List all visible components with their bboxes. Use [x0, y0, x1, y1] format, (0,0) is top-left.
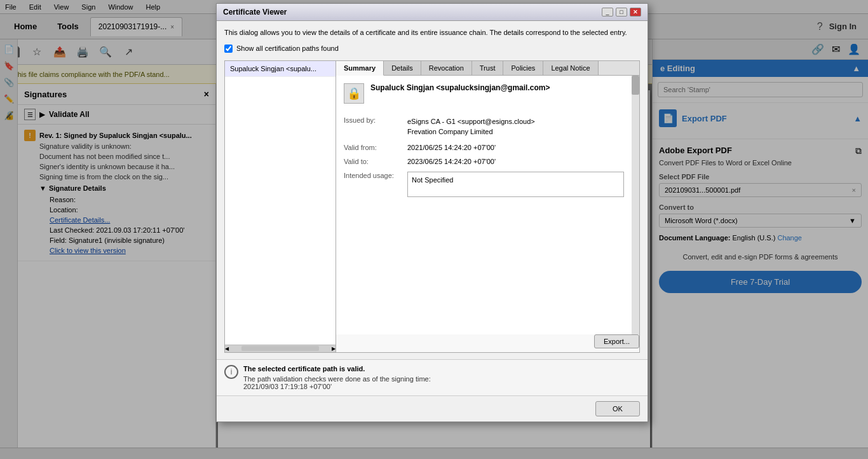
intended-usage-box: Not Specified — [407, 172, 624, 197]
cert-issued-by-label: Issued by: — [344, 116, 407, 137]
cert-tabs: Summary Details Revocation Trust Policie… — [336, 61, 639, 76]
cert-valid-from-row: Valid from: 2021/06/25 14:24:20 +07'00' — [344, 144, 624, 151]
cert-tab-details[interactable]: Details — [384, 61, 421, 75]
cert-tab-summary[interactable]: Summary — [336, 61, 384, 76]
path-validation-text: The path validation checks were done as … — [243, 375, 431, 383]
cert-intended-usage-row: Intended usage: Not Specified — [344, 172, 624, 197]
scroll-right-arrow[interactable]: ▶ — [332, 346, 336, 352]
cert-tab-revocation[interactable]: Revocation — [421, 61, 472, 75]
left-scroll-indicator: ◀ ▶ — [225, 345, 336, 352]
cert-valid-from-label: Valid from: — [344, 144, 407, 151]
dialog-titlebar: Certificate Viewer _ □ ✕ — [217, 4, 648, 21]
cert-content: 🔒 Supaluck Singjan <supalucksingjan@gmai… — [336, 76, 632, 334]
scroll-left-arrow[interactable]: ◀ — [225, 346, 229, 352]
signing-time-text: 2021/09/03 17:19:18 +07'00' — [243, 383, 431, 390]
issued-by-line2: Frevation Company Limited — [407, 128, 493, 135]
issued-by-line1: eSigns CA - G1 <support@esigns.cloud> — [407, 118, 535, 125]
cert-left-item[interactable]: Supaluck Singjan <supalu... — [225, 61, 336, 77]
cert-issued-by-row: Issued by: eSigns CA - G1 <support@esign… — [344, 116, 624, 137]
cert-right-scrollbar[interactable] — [632, 76, 639, 334]
valid-icon: i — [224, 365, 238, 379]
cert-intended-usage-label: Intended usage: — [344, 172, 407, 197]
cert-right-panel: Summary Details Revocation Trust Policie… — [336, 61, 639, 352]
dialog-minimize-button[interactable]: _ — [602, 8, 613, 17]
cert-left-panel: Supaluck Singjan <supalu... ◀ ▶ — [225, 61, 336, 352]
cert-left-scroll-area: Supaluck Singjan <supalu... — [225, 61, 336, 345]
cert-valid-to-label: Valid to: — [344, 158, 407, 165]
dialog-valid-section: i The selected certificate path is valid… — [217, 359, 648, 395]
export-button[interactable]: Export... — [594, 334, 639, 348]
cert-issued-by-value: eSigns CA - G1 <support@esigns.cloud> Fr… — [407, 116, 624, 137]
cert-icon: 🔒 — [344, 83, 364, 104]
show-all-paths-label: Show all certification paths found — [236, 45, 339, 52]
cert-tab-legal[interactable]: Legal Notice — [543, 61, 598, 75]
certificate-viewer-dialog: Certificate Viewer _ □ ✕ This dialog all… — [216, 3, 648, 422]
cert-intended-usage-value: Not Specified — [407, 172, 624, 197]
dialog-body: This dialog allows you to view the detai… — [217, 21, 648, 359]
cert-scroll-thumb — [632, 76, 639, 95]
dialog-description: This dialog allows you to view the detai… — [224, 27, 640, 38]
cert-valid-to-row: Valid to: 2023/06/25 14:24:20 +07'00' — [344, 158, 624, 165]
dialog-close-button[interactable]: ✕ — [630, 8, 641, 17]
cert-tab-trust[interactable]: Trust — [472, 61, 504, 75]
cert-valid-to-value: 2023/06/25 14:24:20 +07'00' — [407, 158, 624, 165]
checkbox-row: Show all certification paths found — [224, 45, 640, 53]
valid-path-text: The selected certificate path is valid. — [243, 365, 431, 373]
cert-tab-policies[interactable]: Policies — [503, 61, 543, 75]
dialog-ok-row: OK — [217, 395, 648, 421]
cert-right-panel-inner: 🔒 Supaluck Singjan <supalucksingjan@gmai… — [336, 76, 639, 334]
dialog-maximize-button[interactable]: □ — [616, 8, 627, 17]
cert-panels: Supaluck Singjan <supalu... ◀ ▶ Summary … — [224, 60, 640, 353]
dialog-controls: _ □ ✕ — [602, 8, 641, 17]
show-all-paths-checkbox[interactable] — [224, 45, 233, 53]
cert-owner: Supaluck Singjan <supalucksingjan@gmail.… — [370, 83, 550, 92]
cert-valid-from-value: 2021/06/25 14:24:20 +07'00' — [407, 144, 624, 151]
dialog-export-row: Export... — [336, 334, 639, 348]
ok-button[interactable]: OK — [595, 401, 640, 416]
dialog-title: Certificate Viewer — [223, 8, 287, 17]
